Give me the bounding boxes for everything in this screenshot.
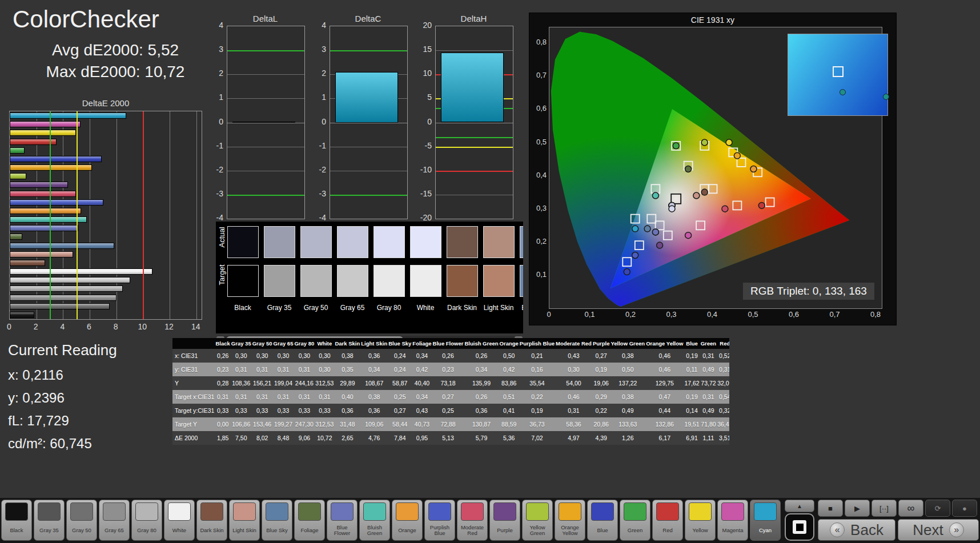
- table-cell: 0,25: [432, 404, 464, 417]
- column-header-purple: Purple: [592, 338, 611, 349]
- deltae-bar-dark-skin: [10, 260, 45, 266]
- axis-tick-label: 0,5: [748, 310, 758, 319]
- palette-button-magenta[interactable]: Magenta: [717, 500, 748, 541]
- table-cell: 36,73: [519, 417, 555, 431]
- axis-tick-label: 8: [114, 322, 118, 331]
- palette-button-moderate-red[interactable]: Moderate Red: [457, 500, 488, 541]
- zero-line: [436, 123, 513, 123]
- axis-tick-label: 0,6: [789, 310, 799, 319]
- axis-tick-label: 0,2: [529, 237, 547, 246]
- stop-button[interactable]: ■: [818, 500, 843, 517]
- refresh-button[interactable]: ⟳: [925, 500, 950, 517]
- palette-button-blue-sky[interactable]: Blue Sky: [262, 500, 292, 541]
- palette-button-cyan[interactable]: Cyan: [750, 500, 781, 541]
- palette-button-foliage[interactable]: Foliage: [294, 500, 325, 541]
- axis-tick-label: 2: [306, 69, 326, 78]
- table-cell: 5,13: [432, 431, 464, 445]
- delta-bar: [441, 53, 503, 122]
- target-swatch-gray-80: [373, 265, 405, 297]
- range-button[interactable]: [··]: [871, 500, 897, 517]
- palette-button-bluish-green[interactable]: Bluish Green: [359, 500, 390, 541]
- table-cell: 83,86: [499, 376, 519, 390]
- record-button[interactable]: ●: [952, 500, 977, 517]
- stop-measure-button[interactable]: [785, 513, 814, 541]
- table-cell: 0,25: [388, 390, 412, 404]
- table-cell: 8,02: [252, 431, 273, 445]
- column-header-green: Green: [700, 338, 717, 349]
- table-cell: 32,09: [717, 376, 729, 390]
- palette-button-yellow-green[interactable]: Yellow Green: [522, 500, 553, 541]
- table-cell: 0,34: [360, 363, 388, 376]
- table-cell: 0,49: [700, 404, 717, 417]
- cie-measured-point: [693, 192, 700, 199]
- cie-measured-point: [722, 206, 728, 212]
- palette-button-yellow[interactable]: Yellow: [685, 500, 716, 541]
- reading-value: cd/m²: 60,745: [8, 436, 162, 452]
- axis-tick-label: 0: [306, 117, 326, 126]
- table-cell: 2,65: [334, 431, 360, 445]
- back-button[interactable]: « Back: [818, 519, 895, 541]
- table-cell: 0,36: [464, 404, 499, 417]
- table-cell: 0,19: [592, 363, 611, 376]
- color-chip: [135, 502, 158, 521]
- palette-button-black[interactable]: Black: [1, 500, 32, 541]
- palette-label: Blue Flower: [327, 521, 357, 540]
- table-cell: 9,06: [294, 431, 315, 445]
- column-header-bluish-green: Bluish Green: [464, 338, 499, 349]
- play-button[interactable]: ▶: [845, 500, 870, 517]
- palette-button-green[interactable]: Green: [620, 500, 650, 541]
- palette-button-orange-yellow[interactable]: Orange Yellow: [555, 500, 585, 541]
- palette-button-gray-65[interactable]: Gray 65: [99, 500, 130, 541]
- next-button[interactable]: Next »: [898, 519, 979, 541]
- color-chip: [5, 502, 28, 521]
- axis-tick-label: 0,7: [529, 71, 547, 79]
- row-label: Target x:CIE31: [172, 390, 215, 404]
- palette-button-white[interactable]: White: [164, 500, 195, 541]
- rgb-triplet-label: RGB Triplet: 0, 133, 163: [743, 283, 874, 300]
- color-chip: [266, 502, 288, 521]
- table-cell: 0,36: [360, 349, 388, 363]
- palette-button-orange[interactable]: Orange: [392, 500, 423, 541]
- axis-tick-label: 14: [191, 322, 200, 331]
- table-cell: 3,51: [717, 431, 729, 445]
- color-chip: [168, 502, 191, 521]
- table-cell: 0,30: [252, 349, 273, 363]
- table-header-row: BlackGray 35Gray 50Gray 65Gray 80WhiteDa…: [172, 338, 729, 349]
- table-cell: 156,21: [252, 376, 273, 390]
- palette-button-red[interactable]: Red: [652, 500, 683, 541]
- swatch-compare-panel: Actual TargetBlackGray 35Gray 50Gray 65G…: [216, 222, 523, 333]
- table-row-x-cie31: x: CIE310,260,300,300,300,300,300,380,36…: [172, 349, 729, 363]
- refresh-icon: ⟳: [935, 504, 941, 513]
- loop-button[interactable]: ∞: [898, 500, 923, 517]
- palette-button-blue[interactable]: Blue: [587, 500, 618, 541]
- patch-data-table-wrap: BlackGray 35Gray 50Gray 65Gray 80WhiteDa…: [172, 338, 729, 482]
- table-cell: 153,46: [252, 417, 273, 431]
- next-chevron-icon: »: [949, 522, 964, 537]
- palette-button-purple[interactable]: Purple: [489, 500, 520, 541]
- palette-button-blue-flower[interactable]: Blue Flower: [327, 500, 358, 541]
- palette-label: Gray 80: [132, 521, 162, 540]
- palette-button-dark-skin[interactable]: Dark Skin: [196, 500, 227, 541]
- deltae-bar-white: [10, 268, 152, 275]
- table-cell: 0,95: [412, 431, 432, 445]
- scroll-up-button[interactable]: ▲: [785, 500, 814, 512]
- palette-button-gray-35[interactable]: Gray 35: [34, 500, 65, 541]
- palette-button-purplish-blue[interactable]: Purplish Blue: [424, 500, 455, 541]
- palette-button-light-skin[interactable]: Light Skin: [229, 500, 260, 541]
- palette-button-gray-80[interactable]: Gray 80: [131, 500, 162, 541]
- target-swatch-gray-35: [264, 265, 295, 297]
- table-cell: 108,67: [360, 376, 388, 390]
- table-cell: 108,36: [231, 376, 252, 390]
- color-chip: [233, 502, 256, 521]
- table-cell: 0,29: [592, 390, 611, 404]
- column-header-blue-sky: Blue Sky: [388, 338, 412, 349]
- target-swatch-white: [410, 265, 441, 297]
- next-label: Next: [913, 521, 943, 539]
- table-cell: 54,00: [555, 376, 592, 390]
- palette-button-gray-50[interactable]: Gray 50: [66, 500, 97, 541]
- column-header-white: White: [315, 338, 334, 349]
- cie-measured-point: [632, 252, 638, 259]
- column-header-red: Red: [717, 338, 729, 349]
- color-chip: [103, 502, 126, 521]
- axis-tick-label: 10: [138, 322, 147, 331]
